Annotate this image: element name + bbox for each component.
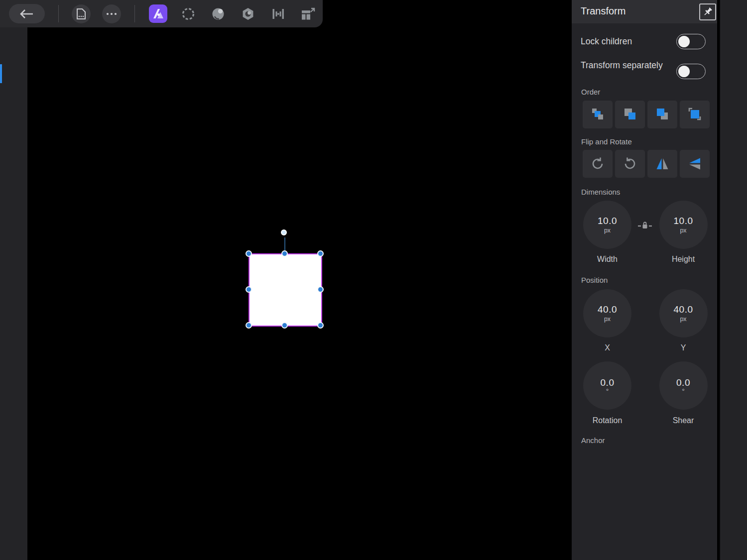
y-dial[interactable]: 40.0 px [659, 289, 708, 337]
dashed-circle-icon [181, 6, 196, 21]
persona-liquify[interactable] [209, 4, 227, 23]
width-dial[interactable]: 10.0 px [583, 201, 631, 249]
order-section-label: Order [581, 88, 600, 96]
rotation-label: Rotation [575, 416, 640, 425]
lock-children-toggle[interactable] [676, 34, 706, 49]
move-to-front-button[interactable] [680, 101, 710, 128]
selection-handle-ne[interactable] [317, 250, 324, 257]
flip-vertical-button[interactable] [680, 150, 710, 178]
rotate-ccw-icon [622, 156, 638, 172]
panel-header: Transform [572, 0, 717, 23]
liquify-icon [211, 6, 226, 21]
position-section-label: Position [581, 276, 608, 284]
selection-handle-n[interactable] [281, 250, 288, 257]
flip-vertical-icon [687, 156, 703, 172]
top-toolbar [0, 0, 323, 27]
height-dial[interactable]: 10.0 px [659, 201, 708, 249]
rotate-cw-icon [590, 156, 606, 172]
move-to-back-icon [589, 107, 606, 122]
link-dimensions-lock[interactable] [638, 221, 652, 232]
toggle-knob [678, 66, 690, 77]
back-one-icon [622, 107, 638, 122]
persona-tonemapping[interactable] [268, 4, 287, 23]
persona-develop[interactable] [239, 4, 257, 23]
ellipsis-icon [106, 12, 118, 16]
pin-panel-button[interactable] [699, 3, 716, 20]
panel-title: Transform [581, 5, 625, 17]
shear-dial[interactable]: 0.0 ° [659, 361, 708, 410]
affinity-logo-icon [151, 6, 166, 21]
tools-sidebar [0, 0, 27, 560]
toolbar-divider [58, 5, 59, 22]
more-options-button[interactable] [102, 4, 121, 23]
forward-one-button[interactable] [647, 101, 677, 128]
transform-separately-label: Transform separately [581, 60, 675, 71]
transform-panel: Transform Lock children Transform separa… [572, 0, 717, 560]
selection-handle-w[interactable] [246, 286, 252, 293]
document-icon [76, 8, 87, 20]
dimensions-section-label: Dimensions [581, 188, 620, 196]
pushpin-icon [702, 6, 714, 18]
develop-hexagon-icon [241, 6, 255, 21]
shear-label: Shear [651, 416, 716, 425]
flip-horizontal-icon [654, 156, 670, 172]
x-label: X [575, 343, 640, 352]
active-tool-indicator [0, 64, 2, 83]
persona-selections[interactable] [179, 4, 197, 23]
rotation-dial[interactable]: 0.0 ° [583, 361, 631, 410]
back-arrow-icon [18, 8, 36, 20]
move-to-front-icon [686, 107, 703, 122]
forward-one-icon [654, 107, 671, 122]
anchor-section-label: Anchor [581, 436, 605, 445]
move-to-back-button[interactable] [583, 101, 613, 128]
x-dial[interactable]: 40.0 px [583, 289, 631, 337]
selection-handle-s[interactable] [281, 322, 288, 329]
rotate-counterclockwise-button[interactable] [615, 150, 645, 178]
export-layout-icon [300, 6, 316, 22]
studio-sidebar [719, 0, 747, 560]
rotate-clockwise-button[interactable] [583, 150, 613, 178]
rotation-handle[interactable] [281, 229, 287, 235]
persona-photo-active[interactable] [149, 4, 167, 23]
lock-icon [638, 221, 652, 230]
toggle-knob [678, 36, 690, 47]
back-button[interactable] [9, 4, 45, 23]
toolbar-divider [134, 5, 135, 22]
selected-object[interactable] [249, 254, 321, 326]
app-window: A [0, 0, 747, 560]
selection-handle-e[interactable] [317, 286, 324, 293]
persona-export[interactable] [298, 4, 317, 23]
tone-bars-icon [270, 6, 285, 21]
selection-handle-sw[interactable] [246, 322, 252, 329]
height-label: Height [651, 255, 716, 264]
selection-handle-nw[interactable] [246, 250, 252, 257]
width-label: Width [575, 255, 640, 264]
document-menu-button[interactable] [72, 4, 91, 23]
selection-handle-se[interactable] [317, 322, 324, 329]
y-label: Y [651, 343, 716, 352]
lock-children-label: Lock children [581, 36, 675, 47]
flip-rotate-section-label: Flip and Rotate [581, 137, 632, 146]
transform-separately-toggle[interactable] [676, 64, 706, 79]
flip-horizontal-button[interactable] [647, 150, 677, 178]
back-one-button[interactable] [615, 101, 645, 128]
